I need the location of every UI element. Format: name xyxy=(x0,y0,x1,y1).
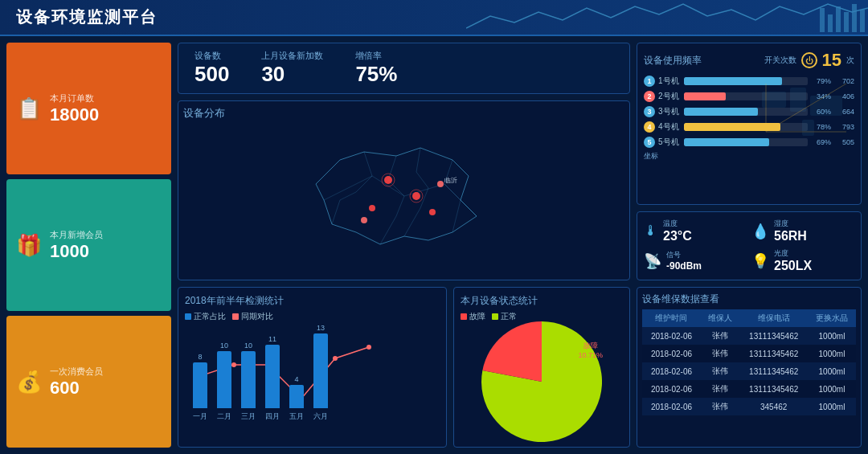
svg-point-12 xyxy=(361,217,367,223)
svg-text:临沂: 临沂 xyxy=(444,177,457,184)
freq-num-3: 4 xyxy=(644,121,655,133)
left-panel: 📋 本月订单数 18000 🎁 本月新增会员 1000 💰 一次消费会员 600 xyxy=(6,43,171,448)
consumers-label: 一次消费会员 xyxy=(50,366,103,378)
bars-container: 8 一月 10 二月 10 三月 11 四月 4 五月 13 六月 xyxy=(185,325,440,422)
bar-label-4: 五月 xyxy=(289,411,304,422)
pie-chart-panel: 本月设备状态统计 故障 正常 xyxy=(453,287,630,448)
device-count-value: 500 xyxy=(194,62,229,87)
table-cell-4-2: 345462 xyxy=(739,398,808,415)
svg-rect-0 xyxy=(820,8,825,32)
growth-rate-value: 75% xyxy=(355,62,397,87)
members-value: 1000 xyxy=(50,241,103,262)
light-sensor: 💡 光度 250LX xyxy=(751,248,854,273)
table-cell-0-1: 张伟 xyxy=(701,327,740,345)
fault-text: 故障 xyxy=(578,342,603,351)
bar-label-3: 四月 xyxy=(265,411,280,422)
table-cell-0-0: 2018-02-06 xyxy=(642,327,701,345)
pie-legend-normal-dot xyxy=(492,313,498,320)
device-count-label: 设备数 xyxy=(194,50,229,62)
consumers-value: 600 xyxy=(50,378,103,399)
bar-label-0: 一月 xyxy=(193,411,207,422)
legend-normal-dot xyxy=(185,313,191,320)
noise-icon: 📡 xyxy=(644,252,661,270)
pie-legend-fault-label: 故障 xyxy=(469,311,485,322)
pie-container: 故障 10.71% xyxy=(461,325,623,438)
bar-group-一月: 8 一月 xyxy=(193,353,207,422)
light-label: 光度 xyxy=(774,248,812,259)
bar-group-三月: 10 三月 xyxy=(241,342,256,422)
world-map-overlay xyxy=(758,76,854,148)
table-cell-4-3: 1000ml xyxy=(808,398,856,415)
temp-value: 23°C xyxy=(663,229,692,243)
bar-value-2: 10 xyxy=(244,342,252,350)
table-cell-4-0: 2018-02-06 xyxy=(642,398,701,415)
svg-rect-2 xyxy=(836,6,841,32)
last-month-value: 30 xyxy=(261,62,323,87)
members-label: 本月新增会员 xyxy=(50,229,103,241)
noise-label: 信号 xyxy=(666,250,702,260)
table-body: 2018-02-06张伟131113454621000ml2018-02-06张… xyxy=(642,327,856,415)
header-title: 设备环境监测平台 xyxy=(16,6,158,28)
humidity-icon: 💧 xyxy=(751,223,769,240)
noise-value: -90dBm xyxy=(666,260,702,272)
power-icon: ⏻ xyxy=(801,52,817,68)
table-cell-1-2: 13111345462 xyxy=(739,345,808,362)
noise-sensor: 📡 信号 -90dBm xyxy=(644,248,747,273)
table-cell-3-3: 1000ml xyxy=(808,380,856,398)
freq-switch: 开关次数 ⏻ 15 次 xyxy=(764,50,854,71)
bottom-section: 2018年前半年检测统计 正常占比 同期对比 8 一月 10 xyxy=(178,287,630,448)
bar-fill-3 xyxy=(265,345,280,408)
svg-rect-24 xyxy=(802,120,814,136)
col-item: 更换水品 xyxy=(808,309,856,327)
main-content: 📋 本月订单数 18000 🎁 本月新增会员 1000 💰 一次消费会员 600 xyxy=(0,36,868,454)
legend-normal: 正常占比 xyxy=(185,311,226,322)
bar-value-3: 11 xyxy=(268,335,276,343)
svg-rect-23 xyxy=(810,96,842,116)
svg-rect-22 xyxy=(790,88,806,112)
humidity-label: 湿度 xyxy=(774,219,807,229)
map-area: 设备分布 xyxy=(178,100,630,280)
freq-num-1: 2 xyxy=(644,91,655,102)
svg-rect-3 xyxy=(844,12,849,32)
legend-normal-label: 正常占比 xyxy=(194,311,226,322)
consumers-icon: 💰 xyxy=(16,370,42,395)
bar-value-4: 4 xyxy=(294,375,298,383)
humidity-sensor: 💧 湿度 56RH xyxy=(751,219,854,243)
table-cell-3-2: 13111345462 xyxy=(739,380,808,398)
svg-point-11 xyxy=(369,205,375,211)
table-cell-2-3: 1000ml xyxy=(808,362,856,380)
freq-fill-2 xyxy=(684,108,758,116)
col-person: 维保人 xyxy=(701,309,740,327)
top-stats-bar: 设备数 500 上月设备新加数 30 增倍率 75% xyxy=(178,43,630,94)
freq-label-4: 5号机 xyxy=(658,137,681,148)
bar-value-5: 13 xyxy=(317,324,325,332)
table-cell-1-1: 张伟 xyxy=(701,345,740,362)
table-title: 设备维保数据查看 xyxy=(642,292,856,306)
legend-compare-label: 同期对比 xyxy=(241,311,273,322)
orders-icon: 📋 xyxy=(16,96,42,121)
freq-fill-4 xyxy=(684,138,769,146)
table-row-2: 2018-02-06张伟131113454621000ml xyxy=(642,362,856,380)
right-panel: 设备使用频率 开关次数 ⏻ 15 次 xyxy=(637,43,862,448)
map-title: 设备分布 xyxy=(183,106,624,121)
humidity-value: 56RH xyxy=(774,229,807,243)
bar-group-六月: 13 六月 xyxy=(313,324,328,422)
pie-legend-normal-label: 正常 xyxy=(501,311,517,322)
maintenance-table: 维护时间 维保人 维保电话 更换水品 2018-02-06张伟131113454… xyxy=(642,309,856,415)
bar-group-四月: 11 四月 xyxy=(265,335,280,422)
pie-fault-label: 故障 10.71% xyxy=(578,342,603,360)
switch-value: 15 xyxy=(822,50,841,71)
bar-value-0: 8 xyxy=(198,353,202,361)
pie-legend-fault-dot xyxy=(461,313,467,320)
members-icon: 🎁 xyxy=(16,233,42,258)
bar-value-1: 10 xyxy=(220,342,228,350)
col-time: 维护时间 xyxy=(642,309,701,327)
middle-panel: 设备数 500 上月设备新加数 30 增倍率 75% 设备分布 xyxy=(178,43,630,448)
table-cell-2-1: 张伟 xyxy=(701,362,740,380)
fault-pct: 10.71% xyxy=(578,351,603,361)
freq-title: 设备使用频率 xyxy=(644,54,702,67)
svg-point-6 xyxy=(384,176,392,184)
bar-label-1: 二月 xyxy=(217,411,231,422)
orders-label: 本月订单数 xyxy=(50,92,99,104)
growth-rate-stat: 增倍率 75% xyxy=(355,50,397,87)
